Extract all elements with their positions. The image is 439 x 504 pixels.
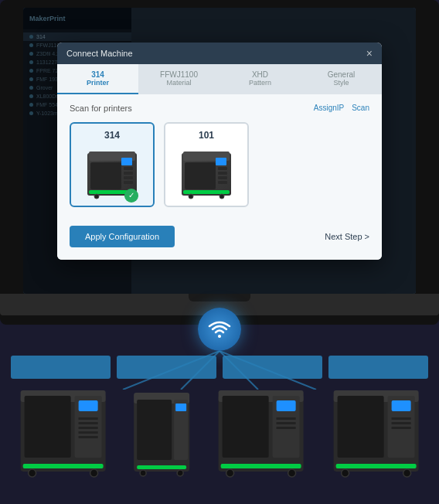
svg-rect-65: [391, 400, 410, 411]
svg-rect-6: [124, 172, 133, 175]
wifi-circle: [198, 308, 241, 351]
physical-printers-row: [0, 379, 439, 479]
svg-rect-68: [391, 427, 410, 429]
printer-card-name-314: 314: [77, 130, 147, 141]
svg-rect-39: [23, 464, 104, 468]
svg-rect-46: [175, 404, 186, 411]
svg-point-40: [29, 469, 36, 477]
svg-rect-44: [137, 400, 172, 460]
svg-rect-69: [335, 464, 416, 468]
physical-printer-1: [8, 379, 118, 479]
laptop-notch: [189, 294, 250, 301]
dialog-title: Connect Machine: [66, 49, 133, 58]
svg-rect-63: [337, 396, 383, 458]
selected-check-icon: ✓: [124, 189, 138, 203]
svg-point-49: [177, 470, 183, 476]
svg-rect-31: [25, 396, 71, 458]
svg-rect-17: [218, 167, 227, 170]
close-button[interactable]: ×: [366, 48, 373, 59]
next-step-link[interactable]: Next Step >: [325, 232, 369, 241]
printer-card-101[interactable]: 101: [164, 122, 249, 207]
svg-point-48: [140, 470, 146, 476]
svg-rect-55: [276, 417, 295, 420]
tab-material[interactable]: FFWJ1100 Material: [138, 64, 220, 94]
tab-printer[interactable]: 314 Printer: [57, 64, 138, 94]
svg-rect-15: [185, 162, 216, 189]
connection-block-4: [328, 356, 428, 379]
svg-rect-7: [124, 176, 133, 179]
scan-for-printers-label: Scan for printers: [70, 104, 132, 113]
tab-style[interactable]: General Style: [301, 64, 382, 94]
laptop-screen: MakerPrint 314 FFWJ1100 Z3Dfil 4.2 1131: [23, 8, 416, 294]
svg-rect-8: [124, 181, 133, 184]
svg-rect-19: [218, 176, 227, 179]
svg-point-59: [226, 469, 233, 477]
svg-rect-20: [218, 181, 227, 184]
svg-rect-52: [222, 396, 268, 458]
printer-cards-list: 314: [70, 122, 369, 207]
svg-rect-57: [276, 427, 295, 429]
svg-point-24: [218, 335, 221, 338]
svg-rect-4: [121, 158, 132, 165]
svg-rect-3: [90, 162, 121, 189]
svg-point-23: [220, 194, 224, 199]
physical-printer-2: [123, 379, 200, 479]
svg-point-71: [403, 469, 410, 477]
svg-rect-37: [79, 431, 98, 434]
dialog-content: Scan for printers AssignIP Scan 314: [57, 94, 382, 260]
dialog-overlay: Connect Machine × 314 Printer FFWJ1100 M…: [23, 8, 416, 294]
printer-image-101: [175, 145, 237, 199]
svg-point-41: [90, 469, 98, 477]
svg-point-10: [94, 194, 99, 199]
svg-rect-56: [276, 422, 295, 424]
svg-point-60: [288, 469, 295, 477]
svg-rect-58: [220, 464, 301, 468]
svg-rect-36: [79, 427, 98, 429]
svg-rect-18: [218, 172, 227, 175]
connect-machine-dialog: Connect Machine × 314 Printer FFWJ1100 M…: [57, 43, 382, 260]
svg-rect-66: [391, 417, 410, 420]
connection-block-2: [117, 356, 216, 379]
scan-header: Scan for printers AssignIP Scan: [70, 104, 369, 113]
physical-printer-3: [206, 379, 316, 479]
printer-card-314[interactable]: 314: [70, 122, 155, 207]
dialog-titlebar: Connect Machine ×: [57, 43, 382, 64]
svg-point-70: [341, 469, 349, 477]
svg-rect-16: [216, 158, 226, 165]
scan-links: AssignIP Scan: [314, 104, 369, 112]
svg-rect-34: [79, 417, 98, 420]
printer-card-name-101: 101: [172, 130, 241, 141]
connection-block-1: [11, 356, 111, 379]
svg-rect-35: [79, 422, 98, 424]
tab-pattern[interactable]: XHD Pattern: [220, 64, 301, 94]
svg-rect-67: [391, 422, 410, 424]
dialog-actions: Apply Configuration Next Step >: [70, 220, 369, 250]
svg-rect-33: [79, 400, 98, 411]
svg-rect-21: [183, 190, 230, 194]
dialog-tabs: 314 Printer FFWJ1100 Material XHD Patter…: [57, 64, 382, 94]
svg-rect-47: [137, 465, 186, 469]
connection-block-3: [223, 356, 322, 379]
svg-rect-38: [79, 436, 98, 438]
svg-point-22: [189, 194, 193, 199]
svg-rect-54: [276, 400, 295, 411]
apply-configuration-button[interactable]: Apply Configuration: [70, 226, 175, 247]
physical-printer-4: [321, 379, 431, 479]
printer-image-314: ✓: [81, 145, 143, 199]
scan-link[interactable]: Scan: [352, 104, 369, 112]
assign-ip-link[interactable]: AssignIP: [314, 104, 344, 112]
svg-rect-5: [124, 167, 133, 170]
connection-blocks-row: [0, 356, 439, 379]
wifi-icon: [208, 319, 231, 339]
